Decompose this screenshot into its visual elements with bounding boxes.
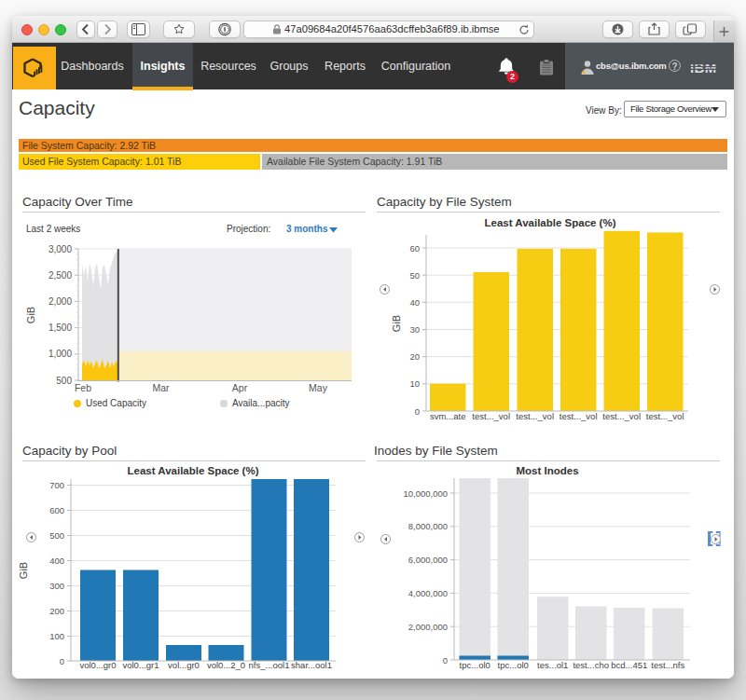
- svg-text:nfs_...ool1: nfs_...ool1: [249, 660, 290, 670]
- svg-text:0: 0: [60, 656, 64, 666]
- svg-text:1,500: 1,500: [48, 323, 72, 333]
- svg-text:2,500: 2,500: [48, 270, 72, 281]
- svg-text:2,000,000: 2,000,000: [408, 622, 448, 632]
- svg-text:vol0...gr0: vol0...gr0: [79, 660, 116, 670]
- svg-text:May: May: [309, 382, 328, 393]
- svg-text:Least Available Space (%): Least Available Space (%): [484, 217, 615, 228]
- svg-text:GiB: GiB: [391, 315, 402, 332]
- svg-text:Least Available Space (%): Least Available Space (%): [127, 465, 258, 476]
- svg-text:tpc...ol0: tpc...ol0: [460, 660, 490, 670]
- svg-text:4,000,000: 4,000,000: [408, 588, 448, 598]
- svg-text:test...cho: test...cho: [573, 660, 609, 670]
- svg-text:100: 100: [49, 631, 64, 641]
- svg-text:test..._vol: test..._vol: [602, 411, 641, 421]
- svg-text:svm...ate: svm...ate: [430, 411, 466, 421]
- svg-text:Feb: Feb: [75, 382, 91, 393]
- svg-text:GiB: GiB: [18, 562, 29, 579]
- svg-text:60: 60: [409, 243, 420, 254]
- svg-text:vol0...2_0: vol0...2_0: [207, 660, 245, 670]
- svg-text:Mar: Mar: [152, 382, 170, 393]
- svg-text:1,000: 1,000: [48, 349, 72, 359]
- svg-text:bcd...451: bcd...451: [611, 660, 647, 670]
- svg-text:40: 40: [409, 297, 420, 308]
- svg-text:tpc...ol0: tpc...ol0: [498, 660, 529, 670]
- svg-text:8,000,000: 8,000,000: [408, 521, 448, 531]
- svg-text:10: 10: [409, 378, 420, 389]
- svg-text:30: 30: [409, 324, 420, 335]
- svg-text:test...nfs: test...nfs: [651, 660, 684, 670]
- svg-text:tes...ol1: tes...ol1: [537, 660, 568, 670]
- svg-text:test..._vol: test..._vol: [472, 411, 510, 421]
- svg-text:10,000,000: 10,000,000: [403, 488, 448, 499]
- svg-text:300: 300: [49, 581, 64, 591]
- svg-text:3,000: 3,000: [48, 244, 72, 254]
- svg-text:test..._vol: test..._vol: [646, 411, 684, 421]
- svg-text:20: 20: [409, 351, 420, 362]
- svg-text:GiB: GiB: [25, 307, 36, 323]
- svg-text:0: 0: [415, 406, 420, 417]
- svg-text:200: 200: [49, 606, 64, 616]
- svg-text:600: 600: [49, 505, 64, 515]
- svg-text:0: 0: [443, 655, 448, 666]
- svg-text:500: 500: [49, 530, 64, 541]
- svg-text:500: 500: [56, 376, 72, 386]
- svg-text:400: 400: [49, 556, 64, 566]
- svg-text:vol0...gr1: vol0...gr1: [122, 660, 159, 670]
- svg-text:6,000,000: 6,000,000: [408, 555, 448, 565]
- svg-text:700: 700: [49, 480, 64, 490]
- svg-text:test..._vol: test..._vol: [516, 411, 554, 421]
- svg-text:2,000: 2,000: [48, 296, 72, 307]
- svg-text:vol...gr0: vol...gr0: [168, 660, 200, 670]
- svg-text:shar...ool1: shar...ool1: [291, 660, 332, 670]
- svg-text:50: 50: [409, 270, 420, 281]
- svg-text:test..._vol: test..._vol: [560, 411, 598, 421]
- svg-text:Apr: Apr: [232, 382, 248, 393]
- svg-text:Most Inodes: Most Inodes: [516, 465, 578, 476]
